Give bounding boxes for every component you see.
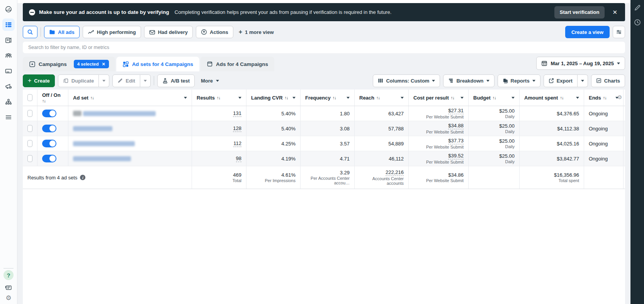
adset-toggle-on[interactable] [42, 110, 56, 117]
tab-campaigns[interactable]: Campaigns 4 selected ✕ [23, 57, 115, 71]
start-verification-button[interactable]: Start verification [554, 6, 605, 19]
breakdown-button[interactable]: Breakdown [443, 74, 494, 87]
settings-gear-icon[interactable]: ⚙ [5, 294, 11, 302]
view-settings-button[interactable] [613, 26, 625, 38]
results-value[interactable]: 128 [233, 125, 241, 132]
search-input[interactable] [23, 42, 625, 53]
history-clock-icon[interactable] [634, 19, 641, 26]
chevron-down-icon[interactable] [460, 97, 464, 99]
view-label: Actions [210, 29, 228, 35]
more-button[interactable]: More [198, 78, 222, 84]
header-landing-cvr[interactable]: Landing CVR ↑↓ [246, 90, 301, 106]
feedback-icon[interactable] [2, 282, 15, 294]
totals-row: Results from 4 ad sets i 469Total 4.61%P… [23, 166, 625, 189]
totals-reach[interactable]: 222,216 [386, 169, 404, 176]
adset-toggle-on[interactable] [42, 140, 56, 147]
actions-toolbar: + Create Duplicate Edit A/B te [23, 74, 625, 88]
edit-button[interactable]: Edit [112, 74, 140, 87]
header-amount-spent[interactable]: Amount spent ↑↓ [520, 90, 584, 106]
right-tools-rail [630, 0, 644, 304]
view-all-ads[interactable]: All ads [44, 26, 80, 38]
tab-ad-sets[interactable]: Ad sets for 4 Campaigns [116, 57, 199, 71]
totals-cost-sub: Per Website Submit [426, 178, 464, 183]
adset-name-redacted[interactable] [73, 111, 156, 116]
banner-description: Completing verification helps prevent yo… [175, 9, 550, 15]
header-label: Reach [359, 95, 374, 101]
columns-button[interactable]: Columns: Custom [373, 74, 440, 87]
ab-test-button[interactable]: A/B test [157, 74, 195, 87]
chevron-down-icon [102, 80, 105, 82]
more-label: More [201, 78, 213, 84]
assets-icon[interactable] [2, 96, 15, 108]
calendar-icon [541, 60, 547, 66]
header-reach[interactable]: Reach ↑↓ [355, 90, 409, 106]
edit-pencil-icon[interactable] [634, 4, 641, 12]
results-value[interactable]: 131 [233, 110, 241, 117]
chevron-down-icon[interactable] [401, 97, 404, 99]
tab-ads[interactable]: Ads for 4 Campaigns [201, 57, 274, 71]
row-checkbox[interactable] [27, 110, 32, 117]
more-views-button[interactable]: + 1 more view [239, 29, 274, 35]
adset-toggle-on[interactable] [42, 125, 56, 132]
all-tools-menu-icon[interactable] [2, 111, 15, 123]
audiences-icon[interactable] [2, 49, 15, 62]
search-views-button[interactable] [23, 26, 37, 38]
edit-dropdown[interactable] [140, 74, 151, 87]
export-dropdown[interactable] [578, 74, 588, 87]
row-checkbox[interactable] [27, 140, 32, 147]
banner-close-icon[interactable]: ✕ [611, 7, 619, 17]
chevron-down-icon[interactable] [238, 97, 241, 99]
column-settings-icon[interactable]: ⚙ [616, 93, 624, 101]
totals-cost-per-result: $34.86 [448, 172, 464, 178]
view-label: High performing [97, 29, 136, 35]
header-budget[interactable]: Budget ↑↓ [469, 90, 520, 106]
adset-toggle-on[interactable] [42, 155, 56, 162]
totals-amount-spent: $16,356.96 [554, 172, 579, 178]
charts-button[interactable]: Charts [591, 74, 625, 87]
clear-selection-icon[interactable]: ✕ [102, 62, 105, 67]
badge-label: 4 selected [77, 62, 99, 66]
view-high-performing[interactable]: High performing [83, 26, 141, 38]
adset-name-redacted[interactable] [73, 126, 112, 131]
amount-spent-value: $4,112.38 [557, 126, 579, 132]
chevron-down-icon[interactable] [184, 97, 187, 99]
chevron-down-icon[interactable] [576, 97, 579, 99]
help-button[interactable]: ? [3, 270, 14, 280]
header-cost-per-result[interactable]: Cost per result ↑↓ [409, 90, 469, 106]
cost-per-result-value[interactable]: $39.52 [448, 153, 464, 159]
header-results[interactable]: Results ↑↓ [192, 90, 246, 106]
view-had-delivery[interactable]: Had delivery [144, 26, 193, 38]
billing-icon[interactable] [2, 65, 15, 77]
duplicate-dropdown[interactable] [99, 74, 109, 87]
header-frequency[interactable]: Frequency ↑↓ [301, 90, 355, 106]
date-range-picker[interactable]: Mar 1, 2025 – Aug 19, 2025 [536, 57, 625, 70]
selected-count-badge[interactable]: 4 selected ✕ [74, 60, 109, 68]
adset-name-redacted[interactable] [73, 156, 131, 161]
views-divider [41, 27, 41, 37]
events-manager-icon[interactable] [2, 80, 15, 93]
duplicate-button[interactable]: Duplicate [58, 74, 99, 87]
results-value[interactable]: 112 [233, 140, 241, 147]
cost-per-result-value[interactable]: $37.73 [448, 138, 464, 144]
account-overview-icon[interactable] [2, 3, 15, 15]
adset-name-redacted[interactable] [73, 141, 135, 146]
export-button[interactable]: Export [544, 74, 578, 87]
reports-button[interactable]: Reports [498, 74, 540, 87]
ads-reporting-icon[interactable] [2, 34, 15, 46]
header-off-on[interactable]: Off / On ↑↓ [37, 90, 68, 106]
chevron-down-icon[interactable] [347, 97, 350, 99]
chevron-down-icon[interactable] [511, 97, 515, 99]
view-actions[interactable]: Actions [196, 26, 233, 38]
cost-per-result-value[interactable]: $34.88 [448, 123, 464, 129]
cost-per-result-value[interactable]: $27.31 [448, 108, 464, 114]
create-button[interactable]: + Create [23, 74, 55, 87]
results-value[interactable]: 98 [236, 155, 241, 162]
info-icon[interactable]: i [80, 175, 85, 180]
row-checkbox[interactable] [27, 125, 32, 132]
header-ad-set[interactable]: Ad set ↑↓ [68, 90, 192, 106]
select-all-checkbox[interactable] [27, 94, 32, 101]
chevron-down-icon[interactable] [292, 97, 296, 99]
row-checkbox[interactable] [27, 155, 32, 162]
create-a-view-button[interactable]: Create a view [565, 26, 610, 38]
campaigns-icon[interactable] [2, 19, 15, 31]
